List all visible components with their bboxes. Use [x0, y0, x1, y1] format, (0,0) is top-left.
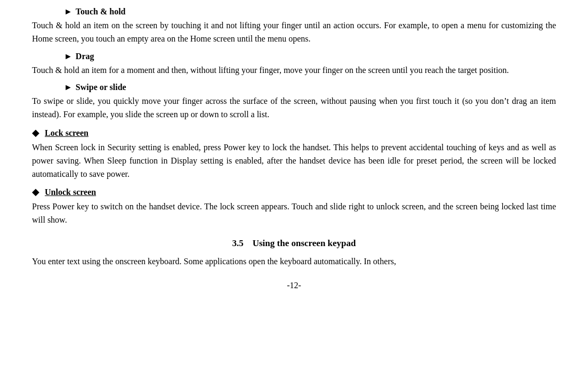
bullet-diamond-unlock: ◆ — [32, 185, 39, 199]
touch-hold-paragraph: Touch & hold an item on the screen by to… — [32, 19, 556, 46]
subsection-title: Using the onscreen keypad — [253, 238, 356, 248]
drag-heading: Drag — [76, 50, 94, 63]
unlock-screen-heading: Unlock screen — [45, 186, 96, 199]
lock-screen-section: ◆ Lock screen When Screen lock in Securi… — [32, 126, 556, 181]
drag-section: ► Drag Touch & hold an item for a moment… — [32, 50, 556, 77]
subsection-3-5-heading: 3.5 Using the onscreen keypad — [32, 237, 556, 250]
swipe-section: ► Swipe or slide To swipe or slide, you … — [32, 81, 556, 121]
swipe-heading-row: ► Swipe or slide — [64, 81, 556, 94]
bullet-diamond-lock: ◆ — [32, 126, 39, 140]
lock-screen-heading: Lock screen — [45, 127, 88, 140]
touch-hold-heading-row: ► Touch & hold — [64, 5, 556, 18]
touch-hold-section: ► Touch & hold Touch & hold an item on t… — [32, 5, 556, 46]
unlock-screen-heading-row: ◆ Unlock screen — [32, 185, 556, 199]
page-number: -12- — [32, 279, 556, 292]
subsection-paragraph: You enter text using the onscreen keyboa… — [32, 255, 556, 268]
lock-screen-heading-row: ◆ Lock screen — [32, 126, 556, 140]
arrow-icon-drag: ► — [64, 50, 73, 63]
drag-paragraph: Touch & hold an item for a moment and th… — [32, 64, 556, 77]
unlock-screen-paragraph: Press Power key to switch on the handset… — [32, 200, 556, 227]
swipe-paragraph: To swipe or slide, you quickly move your… — [32, 95, 556, 121]
subsection-label: 3.5 — [232, 238, 243, 248]
arrow-icon-swipe: ► — [64, 81, 73, 94]
touch-hold-heading: Touch & hold — [76, 5, 126, 18]
unlock-screen-section: ◆ Unlock screen Press Power key to switc… — [32, 185, 556, 227]
drag-heading-row: ► Drag — [64, 50, 556, 63]
lock-screen-paragraph: When Screen lock in Security setting is … — [32, 141, 556, 181]
swipe-heading: Swipe or slide — [76, 81, 126, 94]
arrow-icon: ► — [64, 5, 73, 18]
